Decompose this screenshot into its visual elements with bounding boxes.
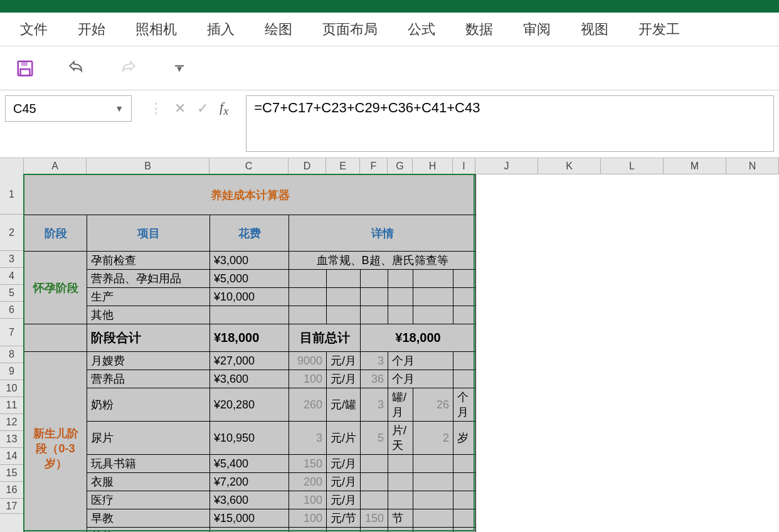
s2-q0[interactable]: 3	[361, 352, 388, 370]
s1-curlabel[interactable]: 目前总计	[289, 324, 361, 352]
row-header-6[interactable]: 6	[0, 302, 23, 319]
tab-camera[interactable]: 照相机	[120, 13, 192, 46]
tab-home[interactable]: 开始	[63, 13, 120, 46]
sheet-cells[interactable]: 养娃成本计算器 阶段 项目 花费 详情 怀孕阶段 孕前检查 ¥3,000 血常规…	[24, 174, 476, 532]
content-table: 养娃成本计算器 阶段 项目 花费 详情 怀孕阶段 孕前检查 ¥3,000 血常规…	[24, 174, 476, 532]
s2-item2[interactable]: 奶粉	[87, 388, 210, 422]
s2-item0[interactable]: 月嫂费	[87, 352, 210, 370]
col-header-H[interactable]: H	[413, 158, 453, 174]
col-header-K[interactable]: K	[538, 158, 601, 174]
s1-cost0[interactable]: ¥3,000	[210, 252, 289, 270]
select-all-corner[interactable]	[0, 158, 24, 174]
tab-data[interactable]: 数据	[450, 13, 508, 46]
s2-item3[interactable]: 尿片	[87, 422, 210, 455]
svg-rect-2	[21, 69, 30, 75]
customize-toolbar-icon[interactable]: ▾	[169, 58, 189, 78]
s2-item4[interactable]: 玩具书籍	[87, 455, 210, 473]
col-header-E[interactable]: E	[326, 158, 360, 174]
hdr-cost: 花费	[210, 215, 289, 252]
col-header-A[interactable]: A	[24, 158, 87, 174]
s2-cost3[interactable]: ¥10,950	[210, 422, 289, 455]
row-header-9[interactable]: 9	[0, 363, 23, 380]
s2-cost1[interactable]: ¥3,600	[210, 370, 289, 388]
s2-cost2[interactable]: ¥20,280	[210, 388, 289, 422]
cancel-icon[interactable]: ✕	[174, 100, 186, 117]
redo-icon[interactable]	[118, 58, 138, 78]
col-header-L[interactable]: L	[601, 158, 664, 174]
s1-cost2[interactable]: ¥10,000	[210, 288, 289, 306]
s1-cost3[interactable]	[210, 306, 289, 324]
s2-u1-0[interactable]: 元/月	[327, 352, 361, 370]
tab-draw[interactable]: 绘图	[250, 13, 307, 46]
row-header-16[interactable]: 16	[0, 482, 23, 499]
name-box[interactable]: C45 ▼	[5, 95, 132, 122]
title-bar	[0, 0, 779, 13]
s1-cost1[interactable]: ¥5,000	[210, 270, 289, 288]
formula-buttons: ⋮ ✕ ✓ fx	[138, 95, 240, 122]
s2-item6[interactable]: 医疗	[87, 491, 210, 509]
spreadsheet-grid[interactable]: ABCDEFGHIJKLMN 1234567891011121314151617…	[0, 158, 779, 532]
save-icon[interactable]	[15, 58, 35, 78]
col-header-F[interactable]: F	[360, 158, 388, 174]
row-header-10[interactable]: 10	[0, 380, 23, 397]
s1-item2[interactable]: 生产	[87, 288, 210, 306]
row-header-15[interactable]: 15	[0, 465, 23, 482]
tab-formula[interactable]: 公式	[393, 13, 450, 46]
tab-review[interactable]: 审阅	[508, 13, 566, 46]
name-box-value: C45	[13, 102, 36, 116]
tab-developer[interactable]: 开发工	[623, 13, 695, 46]
s1-item1[interactable]: 营养品、孕妇用品	[87, 270, 210, 288]
hdr-detail: 详情	[289, 215, 476, 252]
name-box-dropdown-icon[interactable]: ▼	[115, 104, 124, 114]
s1-cur[interactable]: ¥18,000	[361, 324, 476, 352]
s2-u2-0[interactable]: 个月	[388, 352, 453, 370]
row-header-5[interactable]: 5	[0, 285, 23, 302]
s1-detail0[interactable]: 血常规、B超、唐氏筛查等	[289, 252, 476, 270]
col-header-J[interactable]: J	[475, 158, 538, 174]
s2-item7[interactable]: 早教	[87, 509, 210, 528]
col-header-C[interactable]: C	[209, 158, 289, 174]
tab-view[interactable]: 视图	[566, 13, 623, 46]
s2-d0[interactable]: 9000	[289, 352, 327, 370]
row-header-7[interactable]: 7	[0, 319, 23, 346]
s2-item1[interactable]: 营养品	[87, 370, 210, 388]
row-header-2[interactable]: 2	[0, 215, 23, 251]
row-header-17[interactable]: 17	[0, 499, 23, 514]
row-header-8[interactable]: 8	[0, 346, 23, 363]
tab-insert[interactable]: 插入	[192, 13, 250, 46]
s2-cost5[interactable]: ¥7,200	[210, 473, 289, 491]
col-header-N[interactable]: N	[726, 158, 779, 174]
s1-subcost[interactable]: ¥18,000	[210, 324, 289, 352]
row-header-12[interactable]: 12	[0, 414, 23, 431]
col-header-D[interactable]: D	[289, 158, 326, 174]
s2-cost4[interactable]: ¥5,400	[210, 455, 289, 473]
tab-file[interactable]: 文件	[5, 13, 63, 46]
ribbon-tabs: 文件 开始 照相机 插入 绘图 页面布局 公式 数据 审阅 视图 开发工	[0, 13, 779, 46]
undo-icon[interactable]	[66, 58, 87, 78]
row-header-4[interactable]: 4	[0, 268, 23, 285]
formula-input[interactable]: =C7+C17+C23+C29+C36+C41+C43	[246, 95, 774, 152]
formula-bar: C45 ▼ ⋮ ✕ ✓ fx =C7+C17+C23+C29+C36+C41+C…	[0, 90, 779, 158]
row-header-11[interactable]: 11	[0, 397, 23, 414]
s2-item5[interactable]: 衣服	[87, 473, 210, 491]
col-header-G[interactable]: G	[388, 158, 413, 174]
s2-item8[interactable]: 其他	[87, 528, 210, 533]
row-header-14[interactable]: 14	[0, 448, 23, 465]
col-header-I[interactable]: I	[453, 158, 475, 174]
tab-layout[interactable]: 页面布局	[307, 13, 393, 46]
s2-cost0[interactable]: ¥27,000	[210, 352, 289, 370]
divider-icon: ⋮	[149, 100, 163, 117]
svg-rect-1	[21, 61, 28, 66]
fx-icon[interactable]: fx	[220, 99, 228, 118]
row-header-1[interactable]: 1	[0, 174, 23, 215]
s1-item0[interactable]: 孕前检查	[87, 252, 210, 270]
col-header-M[interactable]: M	[664, 158, 726, 174]
s2-cost6[interactable]: ¥3,600	[210, 491, 289, 509]
s2-cost7[interactable]: ¥15,000	[210, 509, 289, 528]
col-header-B[interactable]: B	[87, 158, 209, 174]
s1-sublabel[interactable]: 阶段合计	[87, 324, 210, 352]
s1-item3[interactable]: 其他	[87, 306, 210, 324]
row-header-13[interactable]: 13	[0, 431, 23, 448]
row-header-3[interactable]: 3	[0, 251, 23, 268]
accept-icon[interactable]: ✓	[197, 100, 208, 117]
